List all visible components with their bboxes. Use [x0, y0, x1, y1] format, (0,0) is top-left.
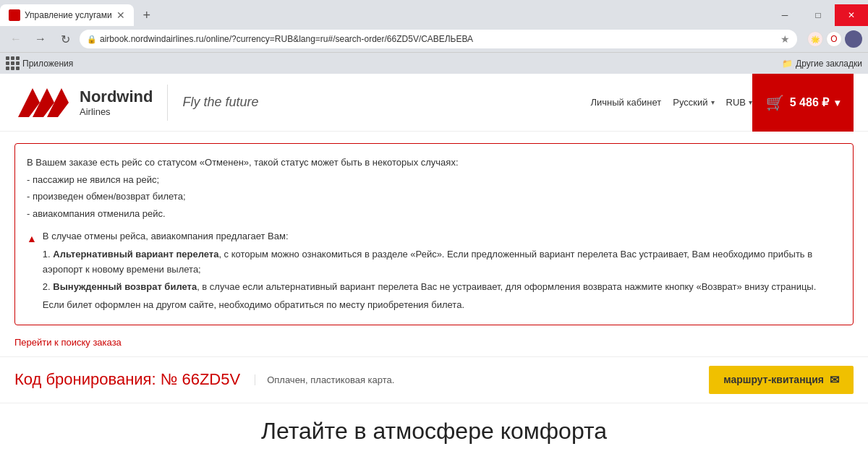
receipt-button[interactable]: маршрут-квитанция ✉	[709, 366, 854, 394]
lock-icon: 🔒	[87, 35, 97, 44]
forward-button[interactable]: →	[30, 29, 51, 49]
warning-p2-bold: Вынужденный возврат билета	[53, 281, 197, 292]
cart-button[interactable]: 🛒 5 486 ₽ ▾	[752, 74, 854, 132]
warning-p2: 2. Вынужденный возврат билета, в случае …	[43, 280, 841, 295]
promo-title: Летайте в атмосфере комфорта	[14, 418, 854, 445]
extension-icon-opera[interactable]: O	[826, 31, 842, 47]
tab-close-button[interactable]: ✕	[116, 9, 125, 21]
new-tab-button[interactable]: +	[137, 5, 157, 25]
payment-status: Оплачен, пластиковая карта.	[255, 374, 406, 385]
minimize-button[interactable]: ─	[768, 4, 801, 26]
maximize-button[interactable]: □	[801, 4, 835, 26]
tab-favicon	[9, 9, 20, 21]
reload-button[interactable]: ↻	[55, 29, 75, 49]
alert-line2: - пассажир не явился на рейс;	[27, 173, 841, 187]
logo-icon	[14, 85, 72, 121]
logo-area: Nordwind Airlines	[14, 85, 153, 121]
profile-icon[interactable]	[845, 30, 862, 48]
personal-cabinet-link[interactable]: Личный кабинет	[590, 97, 661, 108]
cart-price: 5 486 ₽	[790, 95, 829, 109]
header-nav: Личный кабинет Русский ▾ RUB ▾	[590, 97, 752, 108]
warning-intro: В случае отмены рейса, авиакомпания пред…	[43, 229, 841, 244]
promo-section: Летайте в атмосфере комфорта 🧳	[0, 403, 868, 454]
warning-p1: 1. Альтернативный вариант перелета, с ко…	[43, 247, 841, 278]
header-divider	[167, 85, 168, 121]
warning-p1-bold: Альтернативный вариант перелета	[53, 249, 218, 260]
cart-dropdown-arrow: ▾	[835, 97, 840, 108]
breadcrumb-link[interactable]: Перейти к поиску заказа	[14, 337, 854, 348]
warning-p3: Если билет оформлен на другом сайте, нео…	[43, 298, 841, 313]
alert-line4: - авиакомпания отменила рейс.	[27, 207, 841, 221]
alert-warning-text: В случае отмены рейса, авиакомпания пред…	[43, 229, 841, 313]
language-dropdown-arrow: ▾	[711, 98, 715, 106]
apps-label: Приложения	[22, 59, 73, 69]
page-content: Nordwind Airlines Fly the future Личный …	[0, 74, 868, 454]
address-text[interactable]: airbook.nordwindairlines.ru/online/?curr…	[100, 34, 473, 44]
alert-warning-section: ▲ В случае отмены рейса, авиакомпания пр…	[27, 229, 841, 313]
receipt-email-icon: ✉	[830, 373, 839, 387]
close-button[interactable]: ✕	[835, 4, 868, 26]
logo-name: Nordwind	[80, 87, 153, 106]
warning-p2-rest: , в случае если альтернативный вариант п…	[197, 281, 816, 292]
extension-icon-1[interactable]: 🌟	[807, 31, 823, 47]
apps-button[interactable]: Приложения	[6, 56, 73, 70]
logo-sub: Airlines	[80, 106, 153, 117]
alert-line1: В Вашем заказе есть рейс со статусом «От…	[27, 155, 841, 170]
apps-grid-icon	[6, 56, 20, 70]
tab-title: Управление услугами	[25, 10, 112, 20]
alert-line3: - произведен обмен/возврат билета;	[27, 189, 841, 204]
booking-row: Код бронирования: № 66ZD5V Оплачен, плас…	[0, 356, 868, 403]
star-icon[interactable]: ★	[780, 33, 790, 45]
currency-selector[interactable]: RUB ▾	[726, 97, 752, 108]
cart-icon: 🛒	[766, 94, 784, 111]
other-bookmarks[interactable]: 📁 Другие закладки	[782, 59, 862, 69]
site-header: Nordwind Airlines Fly the future Личный …	[0, 74, 868, 132]
back-button[interactable]: ←	[6, 29, 26, 49]
logo-text: Nordwind Airlines	[80, 87, 153, 117]
active-tab[interactable]: Управление услугами ✕	[0, 4, 134, 26]
alert-box: В Вашем заказе есть рейс со статусом «От…	[14, 143, 854, 325]
tagline: Fly the future	[182, 95, 258, 110]
receipt-label: маршрут-квитанция	[723, 374, 824, 385]
booking-code: Код бронирования: № 66ZD5V	[14, 370, 240, 389]
extensions-area: 🌟 O	[807, 30, 862, 48]
alert-status-section: В Вашем заказе есть рейс со статусом «От…	[27, 155, 841, 220]
warning-triangle-icon: ▲	[27, 231, 37, 313]
language-selector[interactable]: Русский ▾	[673, 97, 714, 108]
